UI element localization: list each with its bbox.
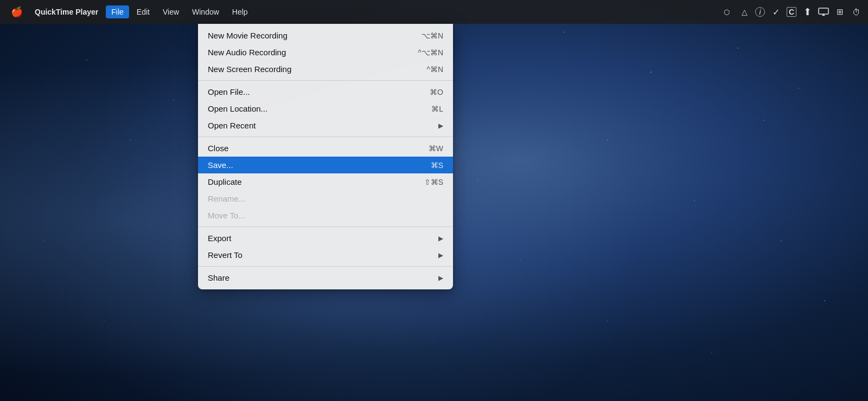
- menu-item-close[interactable]: Close ⌘W: [198, 140, 453, 157]
- menu-item-rename: Rename...: [198, 190, 453, 207]
- separator-3: [198, 227, 453, 227]
- separator-1: [198, 80, 453, 81]
- open-recent-label: Open Recent: [208, 121, 256, 130]
- svg-text:⬡: ⬡: [724, 8, 730, 16]
- revert-to-label: Revert To: [208, 250, 242, 260]
- menu-item-new-movie-recording[interactable]: New Movie Recording ⌥⌘N: [198, 27, 453, 44]
- export-shortcut: ▶: [436, 235, 443, 242]
- open-location-label: Open Location...: [208, 104, 267, 113]
- menu-window[interactable]: Window: [187, 5, 225, 18]
- open-location-shortcut: ⌘L: [431, 105, 443, 113]
- new-movie-recording-shortcut: ⌥⌘N: [422, 31, 443, 40]
- save-label: Save...: [208, 160, 233, 170]
- apple-icon: 🍎: [11, 7, 23, 17]
- menu-item-open-recent[interactable]: Open Recent ▶: [198, 117, 453, 134]
- menu-edit[interactable]: Edit: [131, 5, 155, 18]
- menu-item-share[interactable]: Share ▶: [198, 269, 453, 286]
- menu-item-new-audio-recording[interactable]: New Audio Recording ^⌥⌘N: [198, 44, 453, 61]
- time-machine-icon[interactable]: ⏱: [851, 7, 861, 17]
- menu-view[interactable]: View: [157, 5, 184, 18]
- menu-item-open-file[interactable]: Open File... ⌘O: [198, 83, 453, 100]
- export-arrow: ▶: [438, 235, 443, 242]
- open-recent-shortcut: ▶: [436, 122, 443, 130]
- share-label: Share: [208, 273, 229, 282]
- revert-to-arrow: ▶: [438, 251, 443, 259]
- open-file-label: Open File...: [208, 87, 250, 96]
- app-name[interactable]: QuickTime Player: [29, 5, 104, 18]
- separator-2: [198, 137, 453, 137]
- google-drive-icon[interactable]: △: [739, 7, 750, 17]
- open-file-shortcut: ⌘O: [430, 88, 443, 96]
- airplay-icon[interactable]: [818, 7, 829, 17]
- file-dropdown-menu: New Movie Recording ⌥⌘N New Audio Record…: [198, 24, 453, 289]
- menu-item-open-location[interactable]: Open Location... ⌘L: [198, 100, 453, 117]
- apple-menu[interactable]: 🍎: [7, 4, 27, 20]
- clipboard-icon[interactable]: C: [787, 7, 796, 17]
- menubar-left: 🍎 QuickTime Player File Edit View Window…: [7, 4, 253, 20]
- separator-4: [198, 266, 453, 267]
- check-circle-icon[interactable]: ✓: [770, 7, 781, 17]
- close-label: Close: [208, 144, 228, 153]
- close-shortcut: ⌘W: [429, 144, 443, 153]
- share-shortcut: ▶: [436, 274, 443, 282]
- duplicate-label: Duplicate: [208, 177, 242, 186]
- share-arrow: ▶: [438, 274, 443, 282]
- save-shortcut: ⌘S: [431, 161, 443, 170]
- menu-item-move-to: Move To...: [198, 207, 453, 224]
- dropbox-icon[interactable]: ⬡: [723, 7, 733, 17]
- menu-item-duplicate[interactable]: Duplicate ⇧⌘S: [198, 173, 453, 190]
- rename-label: Rename...: [208, 194, 245, 203]
- finder-arrow-icon[interactable]: ⬆: [802, 7, 813, 17]
- menu-file[interactable]: File: [106, 5, 129, 18]
- menubar-right: ⬡ △ i ✓ C ⬆ ⊞ ⏱: [723, 7, 861, 17]
- new-movie-recording-label: New Movie Recording: [208, 31, 288, 40]
- menu-item-export[interactable]: Export ▶: [198, 230, 453, 247]
- duplicate-shortcut: ⇧⌘S: [424, 178, 443, 186]
- menu-item-new-screen-recording[interactable]: New Screen Recording ^⌘N: [198, 61, 453, 77]
- menubar: 🍎 QuickTime Player File Edit View Window…: [0, 0, 868, 24]
- new-audio-recording-shortcut: ^⌥⌘N: [418, 48, 443, 57]
- new-screen-recording-label: New Screen Recording: [208, 64, 291, 74]
- menu-item-revert-to[interactable]: Revert To ▶: [198, 247, 453, 263]
- menu-help[interactable]: Help: [227, 5, 253, 18]
- launchpad-icon[interactable]: ⊞: [834, 7, 845, 17]
- new-screen-recording-shortcut: ^⌘N: [426, 65, 443, 74]
- revert-to-shortcut: ▶: [436, 251, 443, 259]
- info-icon[interactable]: i: [755, 7, 765, 17]
- svg-rect-1: [819, 8, 828, 14]
- open-recent-arrow: ▶: [438, 122, 443, 130]
- move-to-label: Move To...: [208, 211, 245, 220]
- new-audio-recording-label: New Audio Recording: [208, 48, 286, 57]
- menu-item-save[interactable]: Save... ⌘S: [198, 157, 453, 173]
- export-label: Export: [208, 234, 231, 243]
